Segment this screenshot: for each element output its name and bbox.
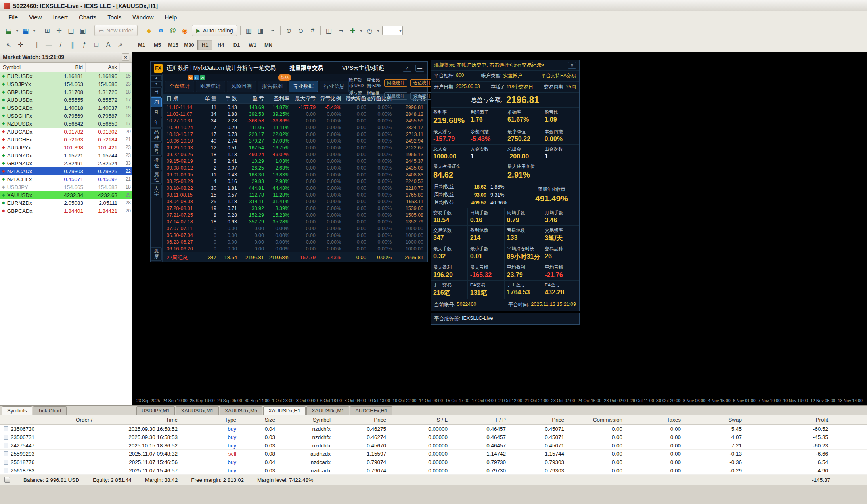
cascade-windows-icon[interactable]: ▱ [335,25,346,36]
toolbar-separator[interactable] [29,40,29,50]
market-watch-toggle-icon[interactable]: ⊞ [41,25,53,36]
chart-tab-xauusdx-m5[interactable]: XAUUSDx,M5 [220,406,262,415]
promo-vps[interactable]: VPS云主机5折起 [342,65,384,72]
orders-column-header[interactable]: S / L [389,417,451,423]
order-row[interactable]: 24275447 2025.10.15 18:36:52 buy 0.03 nz… [0,441,867,450]
menu-item[interactable]: Insert [47,12,73,22]
cursor-icon[interactable]: ↖ [3,39,15,50]
periods-dropdown[interactable]: ▾ [375,25,381,36]
chart-tab-xauusdx-m1[interactable]: XAUUSDx,M1 [176,406,218,415]
chart-tab-xauusdc-m1[interactable]: XAUUSDc,M1 [306,406,349,415]
orders-column-header[interactable]: Price [509,417,567,423]
timeframe-h1[interactable]: H1 [197,40,212,50]
tile-windows-icon[interactable]: ◫ [323,25,335,36]
panel-tab-bigfont[interactable]: 大字 [151,185,162,198]
autotrading-button[interactable]: ▶ AutoTrading [192,25,237,36]
toolbar-separator[interactable] [39,26,39,35]
market-watch-row[interactable]: ◆ NZDUSDx 0.56642 0.56659 17 [0,120,132,128]
menu-item[interactable]: Window [127,12,159,22]
new-chart-icon[interactable]: ▤ [3,25,15,36]
toolbar-separator[interactable] [240,26,241,35]
market-watch-row[interactable]: ◆ AUDUSDx 0.65555 0.65572 17 [0,96,132,104]
text-icon[interactable]: A [102,39,114,50]
timeframe-mn[interactable]: MN [261,40,276,50]
timeframe-m5[interactable]: M5 [150,40,165,50]
minimize-icon[interactable]: — [415,65,424,72]
order-row[interactable]: 23506730 2025.09.30 16:58:52 buy 0.04 nz… [0,425,867,433]
order-row[interactable]: 25618783 2025.11.07 15:46:57 buy 0.03 nz… [0,466,867,475]
orders-column-header[interactable]: Commission [567,417,626,423]
timeframe-d1[interactable]: D1 [229,40,244,50]
scroll-up-icon[interactable]: ▲ [151,75,162,80]
panel-tab-month[interactable]: 月 [151,108,162,117]
navigator-icon[interactable]: ◫ [65,25,77,36]
setting-chip[interactable]: 回撤统计 [384,79,407,87]
order-row[interactable]: 25599293 2025.11.07 09:48:32 sell 0.08 a… [0,450,867,458]
tab-report-screenshot[interactable]: 报告截图 [258,81,287,92]
column-bid[interactable]: Bid [48,63,86,72]
market-watch-row[interactable]: ◆ AUDCADx 0.91782 0.91802 20 [0,128,132,136]
menu-item[interactable]: View [23,12,47,22]
grid-icon[interactable]: # [306,25,318,36]
chart-date-axis[interactable]: 23 Sep 2025 24 Sep 10:00 25 Sep 19:00 29… [132,395,867,405]
promo-copy-trading[interactable]: 批量跟单交易 [290,65,323,72]
market-watch-row[interactable]: ◆ GBPNZDx 2.32491 2.32524 33 [0,159,132,167]
toolbar-separator[interactable] [320,26,321,35]
panel-tab-positions[interactable]: 持仓 [151,157,162,170]
timeframe-w1[interactable]: W1 [245,40,260,50]
market-watch-row[interactable]: ◆ EURUSDx 1.16181 1.16196 15 [0,72,132,80]
vertical-line-icon[interactable]: | [31,39,43,50]
setting-b[interactable]: 报告推送:OFF [367,90,381,102]
toolbar-separator[interactable] [91,26,91,35]
market-watch-row[interactable]: ◆ EURNZDx 2.05083 2.05111 28 [0,199,132,207]
terminal-icon[interactable]: ▣ [77,25,89,36]
tab-pro-data[interactable]: 专业数据 [289,81,318,92]
setting-a[interactable]: 浮亏警报:OFF [349,90,364,102]
fibonacci-icon[interactable]: ƒ [78,39,90,50]
order-row[interactable]: 25618776 2025.11.07 15:46:56 buy 0.04 nz… [0,458,867,466]
panel-tab-symbol[interactable]: 品种 [151,128,162,142]
setting-chip[interactable]: 仓位统计 [410,79,433,87]
market-watch-row[interactable]: ◆ NZDCHFx 0.45071 0.45092 21 [0,175,132,183]
column-ask[interactable]: Ask [86,63,120,72]
orders-column-header[interactable]: Type [181,417,239,423]
setting-chip[interactable]: 资金统计 [410,92,433,100]
orders-column-header[interactable]: Profit [745,417,831,423]
periods-icon[interactable]: ◷ [364,25,375,36]
alerts-icon[interactable]: ◆ [143,25,155,36]
panel-tab-week[interactable]: 周 [151,97,162,107]
orders-column-header[interactable]: Swap [684,417,745,423]
orders-column-header[interactable]: Price [334,417,389,423]
horizontal-line-icon[interactable]: — [43,39,55,50]
market-watch-row[interactable]: ◆ XAUUSDx 4232.34 4232.63 29 [0,191,132,199]
new-order-button[interactable]: ▭ New Order [94,25,138,36]
market-watch-row[interactable]: ◆ USDCADx 1.40018 1.40037 19 [0,104,132,112]
order-row[interactable]: 23506731 2025.09.30 16:58:53 buy 0.03 nz… [0,433,867,441]
menu-item[interactable]: Charts [73,12,102,22]
trendline-icon[interactable]: / [55,39,67,50]
channel-icon[interactable]: ∥ [67,39,78,50]
profiles-dropdown[interactable]: ▾ [32,25,37,36]
tab-tick-chart[interactable]: Tick Chart [33,406,67,415]
column-symbol[interactable]: Symbol [0,63,48,72]
orders-column-header[interactable]: Time [96,417,181,423]
menu-item[interactable]: File [3,12,23,22]
orders-column-header[interactable]: Order / [0,417,96,423]
close-icon[interactable]: × [568,62,576,69]
profiles-icon[interactable]: ▦ [20,25,32,36]
market-watch-row[interactable]: ◆ GBPCADx 1.84401 1.84421 20 [0,207,132,215]
indicators-icon[interactable]: ✚ [346,25,358,36]
menu-item[interactable]: Help [159,12,183,22]
orders-column-header[interactable]: T / P [451,417,509,423]
setting-chip[interactable]: 利息统计 [384,92,407,100]
orders-column-header[interactable]: Taxes [626,417,684,423]
menu-item[interactable]: Tools [102,12,127,22]
close-icon[interactable]: × [122,53,129,61]
timeframe-m30[interactable]: M30 [182,40,197,50]
crosshair-icon[interactable]: ✛ [15,39,27,50]
orders-column-header[interactable]: Size [239,417,278,423]
market-icon[interactable]: @ [167,25,179,36]
shapes-icon[interactable]: □ [90,39,102,50]
news-icon[interactable]: ◉ [179,25,191,36]
timeframe-m15[interactable]: M15 [166,40,181,50]
